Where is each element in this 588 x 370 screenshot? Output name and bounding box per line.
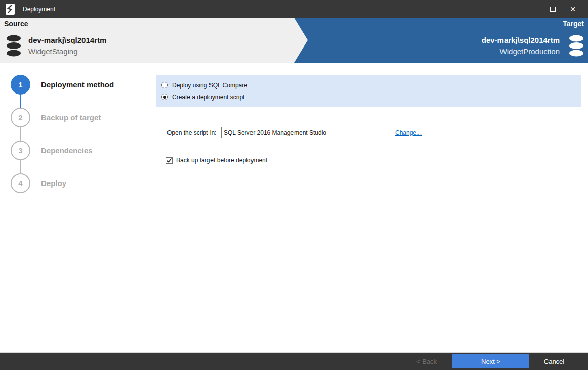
radio-selected-icon [161, 94, 168, 100]
step-connector [20, 127, 21, 141]
checkmark-icon [166, 158, 172, 163]
checkbox-label: Back up target before deployment [176, 157, 267, 164]
step-4-number: 4 [18, 179, 22, 188]
radio-dot [163, 96, 166, 99]
target-server-name: dev-markj\sql2014rtm [482, 36, 560, 44]
maximize-button[interactable] [542, 0, 563, 18]
source-database-name: WidgetStaging [28, 47, 78, 56]
database-icon [6, 35, 21, 57]
step-3-number: 3 [18, 146, 22, 155]
source-label: Source [4, 20, 28, 28]
target-label: Target [563, 20, 584, 28]
database-icon [569, 35, 584, 57]
radio-deploy-using-sql-compare[interactable]: Deploy using SQL Compare [161, 79, 581, 91]
radio-label: Create a deployment script [172, 94, 244, 101]
step-2-label: Backup of target [41, 108, 101, 127]
source-panel: Source dev-markj\sql2014rtm WidgetStagin… [0, 18, 283, 63]
step-4-label: Deploy [41, 173, 66, 193]
footer-bar: < Back Next > Cancel [0, 352, 588, 370]
radio-unselected-icon [161, 82, 168, 88]
steps-sidebar: 1 Deployment method 2 Backup of target 3… [0, 63, 147, 352]
change-link[interactable]: Change... [395, 127, 422, 139]
window-title: Deployment [23, 6, 55, 13]
step-content: Deploy using SQL Compare Create a deploy… [147, 63, 588, 352]
step-3-circle: 3 [11, 141, 30, 160]
step-1-number: 1 [18, 80, 22, 89]
deployment-window: Deployment ✕ Source dev-markj\sql2014rtm… [0, 0, 588, 370]
source-server-name: dev-markj\sql2014rtm [28, 36, 106, 44]
step-2-circle: 2 [11, 108, 30, 127]
radio-create-deployment-script[interactable]: Create a deployment script [161, 91, 581, 103]
open-script-label: Open the script in: [167, 127, 216, 139]
next-button[interactable]: Next > [452, 354, 529, 368]
close-button[interactable]: ✕ [563, 0, 583, 18]
backup-target-checkbox[interactable]: Back up target before deployment [166, 157, 267, 164]
target-panel: Target dev-markj\sql2014rtm WidgetProduc… [305, 18, 588, 63]
step-3-label: Dependencies [41, 141, 93, 160]
step-connector [20, 95, 21, 108]
wizard-body: 1 Deployment method 2 Backup of target 3… [0, 63, 588, 352]
source-target-header: Source dev-markj\sql2014rtm WidgetStagin… [0, 18, 588, 63]
back-button[interactable]: < Back [405, 353, 448, 370]
open-script-input[interactable] [221, 127, 390, 138]
target-database-name: WidgetProduction [500, 47, 560, 56]
close-icon: ✕ [570, 6, 576, 13]
title-bar: Deployment ✕ [0, 0, 588, 18]
radio-label: Deploy using SQL Compare [172, 82, 247, 89]
sql-compare-logo-icon [6, 4, 15, 15]
step-2-number: 2 [18, 113, 22, 122]
deployment-method-panel: Deploy using SQL Compare Create a deploy… [156, 75, 581, 107]
step-1-circle: 1 [11, 75, 30, 95]
maximize-icon [550, 7, 556, 12]
step-4-circle: 4 [11, 173, 30, 193]
cancel-button[interactable]: Cancel [535, 353, 573, 370]
step-1-label: Deployment method [41, 75, 114, 95]
checkbox-checked-icon [166, 157, 173, 164]
step-connector [20, 160, 21, 174]
